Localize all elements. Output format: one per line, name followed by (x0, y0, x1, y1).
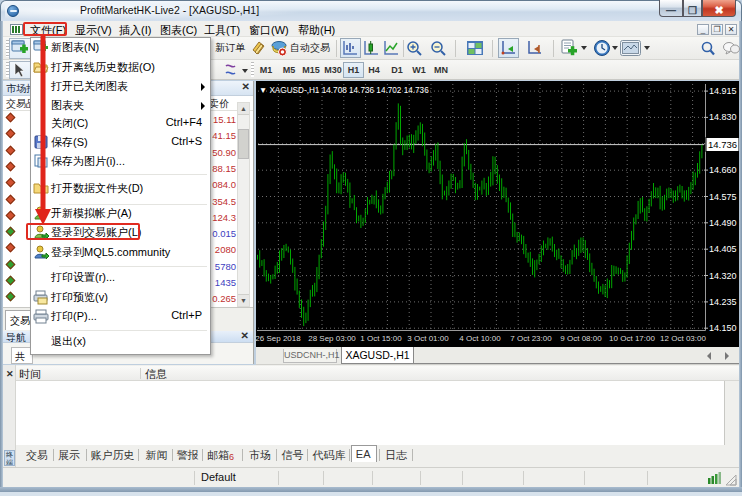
svg-text:7 Oct 23:00: 7 Oct 23:00 (510, 334, 552, 343)
svg-text:14.575: 14.575 (709, 192, 737, 202)
svg-text:14.915: 14.915 (709, 86, 737, 96)
svg-text:9 Oct 08:00: 9 Oct 08:00 (560, 334, 602, 343)
svg-text:14.405: 14.405 (709, 244, 737, 254)
svg-text:14.490: 14.490 (709, 218, 737, 228)
svg-text:14.150: 14.150 (709, 323, 737, 333)
svg-text:14.235: 14.235 (709, 297, 737, 307)
svg-text:12 Oct 03:00: 12 Oct 03:00 (660, 334, 706, 343)
svg-text:1 Oct 15:00: 1 Oct 15:00 (360, 334, 402, 343)
svg-text:▼ XAGUSD-,H1 14.708 14.736 14.: ▼ XAGUSD-,H1 14.708 14.736 14.702 14.736 (259, 86, 429, 95)
svg-text:14.320: 14.320 (709, 271, 737, 281)
svg-text:14.660: 14.660 (709, 165, 737, 175)
svg-text:14.830: 14.830 (709, 112, 737, 122)
svg-text:4 Oct 10:00: 4 Oct 10:00 (459, 334, 501, 343)
svg-text:26 Sep 2018: 26 Sep 2018 (256, 334, 301, 343)
svg-text:3 Oct 01:00: 3 Oct 01:00 (407, 334, 449, 343)
svg-text:28 Sep 03:00: 28 Sep 03:00 (308, 334, 356, 343)
svg-text:14.736: 14.736 (708, 139, 737, 150)
svg-text:10 Oct 17:00: 10 Oct 17:00 (609, 334, 655, 343)
